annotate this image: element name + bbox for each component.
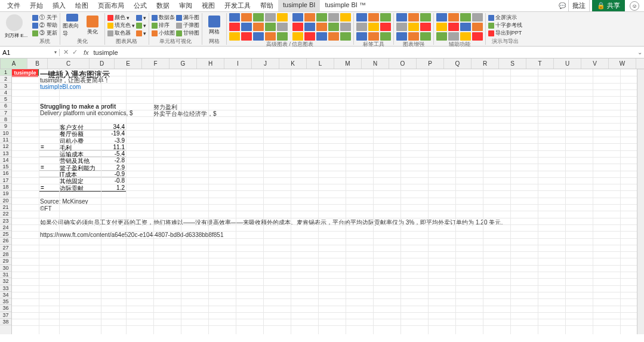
label-tools[interactable] <box>356 13 391 41</box>
formula-input[interactable]: tusimple <box>91 49 636 56</box>
row-header-37[interactable]: 37 <box>0 312 11 319</box>
row-header-38[interactable]: 38 <box>0 319 11 325</box>
col-header-J[interactable]: J <box>252 58 279 69</box>
col-header-W[interactable]: W <box>609 58 636 69</box>
about-button[interactable]: ① 关于 <box>32 14 57 21</box>
row-header-3[interactable]: 3 <box>0 83 11 90</box>
menu-帮助[interactable]: 帮助 <box>255 0 278 11</box>
col-header-D[interactable]: D <box>90 58 115 69</box>
col-header-X[interactable]: X <box>636 58 644 69</box>
menu-审阅[interactable]: 审阅 <box>174 0 197 11</box>
fullscreen-button[interactable]: 全屏演示 <box>488 14 522 21</box>
col-header-C[interactable]: C <box>48 58 90 69</box>
col-header-S[interactable]: S <box>499 58 526 69</box>
col-header-B[interactable]: B <box>27 58 48 69</box>
chart-wizard-button[interactable]: 图表向导 <box>63 14 82 38</box>
gantt-button[interactable]: 甘特图 <box>176 30 199 37</box>
menu-绘图[interactable]: 绘图 <box>70 0 93 11</box>
col-header-A[interactable]: A <box>1 58 27 69</box>
row-header-27[interactable]: 27 <box>0 245 11 251</box>
row-header-23[interactable]: 23 <box>0 218 11 224</box>
row-header-33[interactable]: 33 <box>0 285 11 292</box>
row-header-30[interactable]: 30 <box>0 265 11 272</box>
row-header-13[interactable]: 13 <box>0 150 11 157</box>
beautify-button[interactable]: 美化 <box>83 14 102 38</box>
row-header-20[interactable]: 20 <box>0 198 11 204</box>
menu-数据[interactable]: 数据 <box>152 0 174 11</box>
help-button[interactable]: ② 帮助 <box>32 22 57 29</box>
export-ppt-button[interactable]: 导出到PPT <box>488 30 522 37</box>
row-header-21[interactable]: 21 <box>0 204 11 211</box>
crosshair-button[interactable]: 十字参考线 <box>488 22 522 29</box>
color-button[interactable]: 颜色 ▾ <box>107 14 135 21</box>
row-header-14[interactable]: 14 <box>0 157 11 164</box>
feedback-icon[interactable]: ☺ <box>630 1 639 11</box>
col-header-V[interactable]: V <box>581 58 609 69</box>
col-header-N[interactable]: N <box>362 58 389 69</box>
eyedropper-button[interactable]: 取色器 <box>107 30 135 37</box>
share-button[interactable]: 🔒 共享 <box>592 0 625 11</box>
row-header-31[interactable]: 31 <box>0 272 11 278</box>
row-header-18[interactable]: 18 <box>0 184 11 190</box>
col-header-M[interactable]: M <box>334 58 362 69</box>
menu-页面布局[interactable]: 页面布局 <box>93 0 129 11</box>
row-header-35[interactable]: 35 <box>0 298 11 305</box>
update-button[interactable]: ③ 更新 <box>32 30 57 37</box>
bullet-button[interactable]: 子弹图 <box>176 22 199 29</box>
menu-开始[interactable]: 开始 <box>25 0 48 11</box>
row-header-25[interactable]: 25 <box>0 231 11 238</box>
row-header-19[interactable]: 19 <box>0 190 11 197</box>
chart-gallery-2[interactable] <box>292 13 351 41</box>
comment-button[interactable]: 批注 <box>568 0 590 12</box>
row-header-36[interactable]: 36 <box>0 305 11 312</box>
col-header-T[interactable]: T <box>526 58 554 69</box>
row-header-12[interactable]: 12 <box>0 143 11 150</box>
col-header-P[interactable]: P <box>417 58 444 69</box>
row-header-29[interactable]: 29 <box>0 258 11 264</box>
col-header-O[interactable]: O <box>389 58 417 69</box>
menu-公式[interactable]: 公式 <box>129 0 152 11</box>
col-header-I[interactable]: I <box>224 58 252 69</box>
funnel-button[interactable]: 漏斗图 <box>176 14 199 21</box>
name-box[interactable]: A1▾ <box>0 49 60 56</box>
row-header-34[interactable]: 34 <box>0 292 11 298</box>
menu-开发工具[interactable]: 开发工具 <box>220 0 255 11</box>
row-header-32[interactable]: 32 <box>0 278 11 285</box>
row-header-22[interactable]: 22 <box>0 211 11 217</box>
sparkline-button[interactable]: 小炫图 <box>152 30 175 37</box>
expand-formula-icon[interactable]: ⌄ <box>636 49 644 56</box>
row-header-9[interactable]: 9 <box>0 123 11 130</box>
chart-gallery[interactable] <box>229 13 288 41</box>
cancel-formula-icon[interactable]: ✕ <box>63 48 69 56</box>
row-header-16[interactable]: 16 <box>0 170 11 177</box>
row-header-7[interactable]: 7 <box>0 110 11 116</box>
sort-button[interactable]: 排序 <box>152 22 175 29</box>
menu-插入[interactable]: 插入 <box>48 0 70 11</box>
grid-button[interactable]: 网格 <box>205 14 224 38</box>
col-header-Q[interactable]: Q <box>444 58 472 69</box>
menu-tusimple BI[interactable]: tusimple BI <box>278 0 320 11</box>
col-header-E[interactable]: E <box>115 58 142 69</box>
menu-文件[interactable]: 文件 <box>2 0 25 11</box>
col-header-G[interactable]: G <box>170 58 197 69</box>
vertical-scrollbar[interactable] <box>637 69 644 334</box>
menu-tusimple BI ™[interactable]: tusimple BI ™ <box>320 0 370 11</box>
col-header-R[interactable]: R <box>472 58 499 69</box>
chart-enhance[interactable] <box>396 13 431 41</box>
aux-tools[interactable] <box>436 13 483 41</box>
row-header-28[interactable]: 28 <box>0 251 11 258</box>
fx-icon[interactable]: fx <box>81 49 91 56</box>
databar-button[interactable]: 数据条 <box>152 14 175 21</box>
accept-formula-icon[interactable]: ✓ <box>72 48 78 56</box>
menu-视图[interactable]: 视图 <box>197 0 220 11</box>
row-header-15[interactable]: 15 <box>0 164 11 170</box>
row-header-2[interactable]: 2 <box>0 76 11 82</box>
col-header-F[interactable]: F <box>142 58 170 69</box>
row-header-4[interactable]: 4 <box>0 90 11 96</box>
row-header-11[interactable]: 11 <box>0 137 11 143</box>
row-header-8[interactable]: 8 <box>0 116 11 123</box>
avatar[interactable] <box>6 14 23 31</box>
cells-area[interactable]: tusimple 一键插入瀑布图演示 tusimple，让图表更简单！ tusi… <box>12 69 644 334</box>
row-header-10[interactable]: 10 <box>0 130 11 137</box>
col-header-L[interactable]: L <box>307 58 334 69</box>
